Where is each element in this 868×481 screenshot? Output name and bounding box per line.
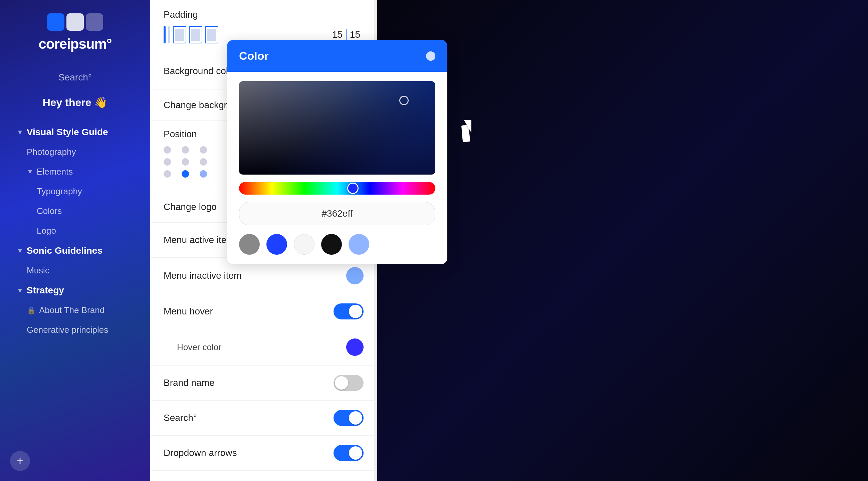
swatch-white[interactable] (294, 234, 314, 255)
search-row: Search° (150, 400, 377, 436)
padding-bar-inner2 (191, 29, 200, 41)
swatch-black[interactable] (321, 234, 342, 255)
toggle-knob (335, 376, 348, 389)
dark-overlay (377, 0, 868, 481)
sidebar-item-colors[interactable]: Colors (10, 201, 140, 221)
sidebar-item-strategy[interactable]: ▼ Strategy (10, 280, 140, 300)
sidebar-item-typography[interactable]: Typography (10, 182, 140, 201)
swatch-light-blue[interactable] (348, 234, 369, 255)
sidebar-item-generative-principles[interactable]: Generative principles (10, 320, 140, 340)
dropdown-arrows-toggle[interactable] (334, 445, 364, 461)
logo-square-blue (47, 13, 64, 31)
sidebar-item-elements[interactable]: ▼ Elements (10, 162, 140, 182)
toggle-knob (349, 305, 362, 318)
padding-bar-2 (168, 26, 170, 43)
swatch-blue[interactable] (267, 234, 287, 255)
hover-color-swatch[interactable] (346, 339, 364, 356)
dropdown-arrows-label: Dropdown arrows (163, 448, 237, 458)
dropdown-arrows-row: Dropdown arrows (150, 436, 377, 471)
chevron-down-icon: ▼ (27, 168, 33, 175)
search-toggle[interactable] (334, 410, 364, 426)
padding-bar-inner (175, 29, 184, 41)
position-grid (163, 146, 213, 178)
sidebar-item-label: Colors (37, 206, 62, 216)
color-picker-header-dot (426, 52, 435, 61)
sidebar-item-label: Typography (37, 186, 82, 197)
toggle-knob (349, 411, 362, 425)
sidebar-item-label: About The Brand (39, 305, 104, 315)
logo-square-dark (86, 13, 103, 31)
sidebar-item-label: Music (27, 265, 50, 276)
color-picker-body (227, 72, 447, 264)
padding-bar-main (173, 26, 186, 43)
lock-icon: 🔒 (27, 306, 36, 315)
menu-hover-toggle[interactable] (334, 303, 364, 319)
chevron-down-icon: ▼ (17, 287, 23, 294)
chevron-down-icon: ▼ (17, 247, 23, 255)
sidebar-item-label: Logo (37, 226, 56, 236)
hue-thumb (347, 183, 359, 194)
menu-inactive-item-color[interactable] (346, 267, 364, 284)
pos-dot-1[interactable] (163, 146, 171, 154)
background-color-label: Background color (163, 66, 236, 76)
padding-title: Padding (163, 9, 364, 20)
pos-dot-6[interactable] (199, 158, 207, 166)
chevron-down-icon: ▼ (17, 129, 23, 136)
sidebar-item-label: Strategy (27, 285, 64, 296)
brand-name-label: Brand name (163, 378, 215, 388)
hover-color-row: Hover color (150, 329, 377, 365)
sidebar: coreipsum° Search° Hey there 👋 ▼ Visual … (0, 0, 150, 481)
sidebar-item-sonic-guidelines[interactable]: ▼ Sonic Guidelines (10, 241, 140, 261)
pos-dot-7[interactable] (163, 170, 171, 178)
sidebar-item-photography[interactable]: Photography (10, 142, 140, 162)
color-swatches (239, 234, 435, 255)
hue-slider[interactable] (239, 182, 435, 195)
color-gradient-canvas[interactable] (239, 81, 435, 174)
menu-hover-row: Menu hover (150, 294, 377, 329)
menu-inactive-item-label: Menu inactive item (163, 270, 241, 281)
pos-dot-8[interactable] (182, 170, 189, 178)
main-content-area (377, 0, 868, 481)
sidebar-item-logo[interactable]: Logo (10, 221, 140, 241)
search-label[interactable]: Search° (58, 72, 92, 83)
padding-bar-main2 (189, 26, 202, 43)
logo-square-white (66, 13, 84, 31)
sidebar-item-label: Elements (37, 166, 73, 177)
hex-input[interactable] (239, 202, 435, 225)
toggle-knob (349, 446, 362, 460)
padding-bar-main3 (205, 26, 218, 43)
padding-bar-inner3 (207, 29, 216, 41)
hover-color-label: Hover color (170, 342, 221, 352)
brand-name-label: coreipsum° (38, 36, 112, 52)
gradient-overlay (239, 81, 435, 174)
pos-dot-4[interactable] (163, 158, 171, 166)
menu-hover-label: Menu hover (163, 306, 213, 317)
pos-dot-9[interactable] (199, 170, 207, 178)
sidebar-item-label: Photography (27, 147, 76, 157)
search-label: Search° (163, 413, 197, 423)
color-picker-header: Color (227, 40, 447, 72)
pos-dot-2[interactable] (182, 146, 189, 154)
sidebar-item-music[interactable]: Music (10, 261, 140, 280)
logo-squares (47, 13, 103, 31)
pos-dot-5[interactable] (182, 158, 189, 166)
menu-active-item-label: Menu active item (163, 235, 235, 245)
brand-name-toggle[interactable] (334, 375, 364, 391)
sidebar-item-label: Generative principles (27, 325, 108, 335)
sidebar-item-label: Sonic Guidelines (27, 245, 102, 256)
add-page-button[interactable]: + (10, 451, 30, 471)
pos-dot-3[interactable] (199, 146, 207, 154)
brand-name-row: Brand name (150, 365, 377, 400)
greeting-label: Hey there 👋 (43, 96, 108, 109)
color-picker-title: Color (239, 50, 269, 62)
sidebar-logo: coreipsum° (38, 13, 112, 52)
sidebar-nav: ▼ Visual Style Guide Photography ▼ Eleme… (0, 122, 150, 340)
swatch-gray[interactable] (239, 234, 260, 255)
change-logo-label: Change logo (163, 202, 217, 212)
sidebar-item-label: Visual Style Guide (27, 127, 108, 137)
sidebar-item-visual-style-guide[interactable]: ▼ Visual Style Guide (10, 122, 140, 142)
color-picker-popup: Color (227, 40, 447, 264)
padding-bar-left (163, 26, 165, 43)
sidebar-item-about-the-brand[interactable]: 🔒 About The Brand (10, 300, 140, 320)
color-cursor[interactable] (399, 96, 409, 105)
